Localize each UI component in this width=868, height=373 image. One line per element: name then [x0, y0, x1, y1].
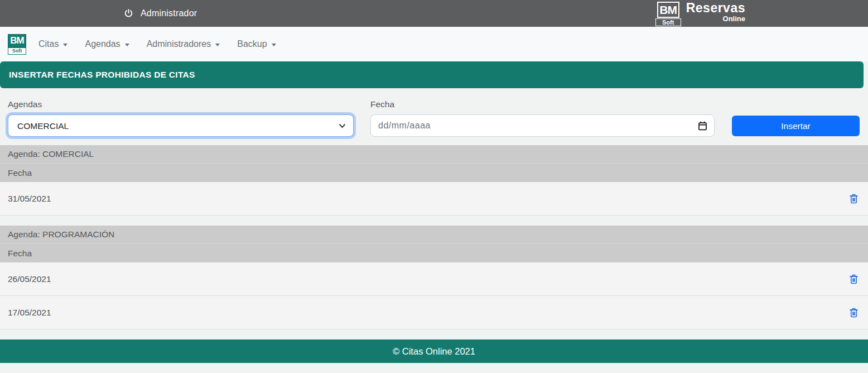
table-row: 31/05/2021 — [0, 182, 868, 216]
group-agenda-title: Agenda: COMERCIAL — [0, 145, 868, 164]
group-programacion: Agenda: PROGRAMACIÓN Fecha 26/05/2021 17… — [0, 226, 868, 329]
delete-date-button[interactable] — [848, 273, 860, 285]
delete-date-button[interactable] — [848, 307, 860, 319]
fecha-input[interactable] — [370, 114, 715, 137]
submit-column: Insertar — [715, 99, 860, 137]
page-title: INSERTAR FECHAS PROHIBIDAS DE CITAS — [9, 70, 195, 80]
group-header: Agenda: COMERCIAL Fecha — [0, 145, 868, 182]
navbar: BM Soft Citas Agendas Administradores Ba… — [0, 27, 868, 61]
insertar-button[interactable]: Insertar — [732, 116, 860, 136]
row-date: 26/05/2021 — [8, 274, 51, 284]
agenda-select-wrap: COMERCIAL — [8, 114, 354, 137]
navbar-logo[interactable]: BM Soft — [8, 34, 26, 55]
agenda-select[interactable]: COMERCIAL — [8, 114, 354, 137]
caret-down-icon — [215, 44, 220, 46]
copyright-text: © Citas Online 2021 — [393, 346, 475, 357]
footer: © Citas Online 2021 — [0, 339, 868, 363]
caret-down-icon — [272, 44, 276, 46]
trash-icon — [848, 273, 860, 285]
brand-title: Reservas — [686, 2, 745, 15]
fecha-label: Fecha — [370, 99, 715, 109]
nav-item-backup[interactable]: Backup — [237, 39, 276, 49]
navbar-logo-soft: Soft — [8, 47, 26, 55]
group-header: Agenda: PROGRAMACIÓN Fecha — [0, 226, 868, 262]
topbar: Administrador BM Soft Reservas Online — [0, 0, 868, 27]
table-row: 26/05/2021 — [0, 262, 868, 296]
nav-item-agendas[interactable]: Agendas — [85, 39, 129, 49]
brand-bmsoft-box: BM Soft — [655, 2, 681, 26]
group-comercial: Agenda: COMERCIAL Fecha 31/05/2021 — [0, 145, 868, 216]
trash-icon — [848, 193, 860, 205]
agendas-field: Agendas COMERCIAL — [8, 99, 354, 137]
caret-down-icon — [125, 44, 129, 46]
power-icon[interactable] — [124, 8, 133, 18]
agendas-label: Agendas — [8, 99, 354, 109]
brand-soft-text: Soft — [655, 18, 681, 26]
fecha-input-wrap — [370, 114, 715, 137]
brand-bm-text: BM — [657, 2, 679, 18]
nav-item-backup-label: Backup — [237, 39, 267, 49]
brand-logo: BM Soft Reservas Online — [655, 2, 745, 26]
brand-title-block: Reservas Online — [686, 2, 745, 22]
row-date: 31/05/2021 — [8, 194, 51, 204]
group-agenda-title: Agenda: PROGRAMACIÓN — [0, 226, 868, 244]
table-row: 17/05/2021 — [0, 296, 868, 329]
delete-date-button[interactable] — [848, 193, 860, 205]
navbar-logo-bm: BM — [8, 34, 26, 47]
nav-item-agendas-label: Agendas — [85, 39, 120, 49]
trash-icon — [848, 307, 860, 319]
brand-subtitle: Online — [686, 15, 745, 22]
caret-down-icon — [63, 44, 67, 46]
row-date: 17/05/2021 — [8, 308, 51, 318]
user-menu[interactable]: Administrador — [124, 8, 197, 18]
nav-item-citas-label: Citas — [38, 39, 59, 49]
page-title-bar: INSERTAR FECHAS PROHIBIDAS DE CITAS — [0, 61, 864, 88]
nav-item-administradores[interactable]: Administradores — [147, 39, 220, 49]
nav-item-citas[interactable]: Citas — [38, 39, 67, 49]
nav-item-administradores-label: Administradores — [147, 39, 211, 49]
calendar-icon[interactable] — [697, 121, 708, 131]
user-label: Administrador — [141, 8, 197, 18]
group-column-header: Fecha — [0, 164, 868, 182]
fecha-field: Fecha — [370, 99, 715, 137]
insert-form: Agendas COMERCIAL Fecha Insertar — [0, 88, 868, 137]
group-column-header: Fecha — [0, 244, 868, 262]
